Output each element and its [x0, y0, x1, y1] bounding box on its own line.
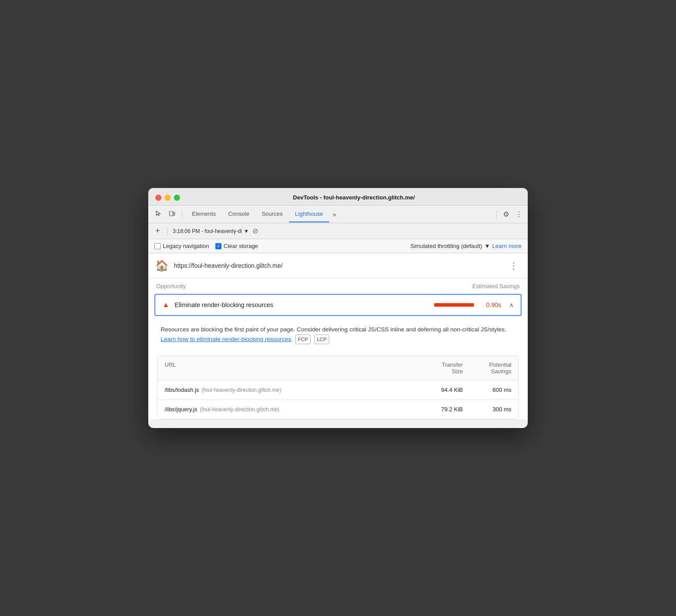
learn-more-link[interactable]: Learn more	[492, 243, 522, 249]
toolbar-separator-2	[496, 210, 497, 219]
tab-list: Elements Console Sources Lighthouse »	[186, 206, 493, 222]
description-section: Resources are blocking the first paint o…	[148, 318, 528, 351]
savings-bar	[434, 303, 474, 307]
transfer-1: 94.4 KiB	[419, 387, 463, 393]
legacy-nav-label: Legacy navigation	[163, 243, 209, 249]
savings-1: 600 ms	[463, 387, 511, 393]
close-button[interactable]	[155, 195, 161, 201]
device-icon-button[interactable]	[166, 208, 178, 221]
options-bar: Legacy navigation ✓ Clear storage Simula…	[148, 239, 528, 253]
title-bar: DevTools - foul-heavenly-direction.glitc…	[148, 188, 528, 206]
estimated-savings-label: Estimated Savings	[472, 283, 520, 289]
audit-url: https://foul-heavenly-direction.glitch.m…	[174, 262, 507, 269]
tab-elements[interactable]: Elements	[186, 206, 222, 222]
secondary-toolbar: + 3:18:06 PM - foul-heavenly-di ▼ ⊘	[148, 223, 528, 239]
url-section: 3:18:06 PM - foul-heavenly-di ▼	[173, 228, 249, 234]
url-main-1: /libs/lodash.js	[165, 387, 199, 393]
throttle-arrow-icon: ▼	[484, 243, 490, 249]
settings-button[interactable]: ⚙	[501, 208, 511, 220]
window-title: DevTools - foul-heavenly-direction.glitc…	[187, 194, 521, 201]
svg-rect-1	[173, 212, 175, 215]
pointer-icon	[154, 210, 161, 217]
device-icon	[169, 210, 176, 217]
savings-2: 300 ms	[463, 406, 511, 413]
data-table: URL Transfer Size Potential Savings /lib…	[157, 356, 519, 419]
col-transfer-header: Transfer Size	[419, 361, 463, 375]
labels-row: Opportunity Estimated Savings	[148, 278, 528, 294]
opportunity-header[interactable]: ▲ Eliminate render-blocking resources 0.…	[155, 295, 521, 315]
devtools-toolbar: Elements Console Sources Lighthouse » ⚙ …	[148, 206, 528, 223]
legacy-nav-option[interactable]: Legacy navigation	[154, 243, 209, 249]
col-url-header: URL	[165, 361, 419, 375]
pointer-icon-button[interactable]	[152, 208, 164, 221]
opportunity-label: Opportunity	[156, 283, 186, 289]
lighthouse-icon: 🏠	[155, 259, 169, 272]
toolbar-separator	[182, 210, 182, 219]
opportunity-item: ▲ Eliminate render-blocking resources 0.…	[154, 294, 522, 316]
lcp-badge: LCP	[314, 334, 329, 344]
add-button[interactable]: +	[154, 226, 162, 236]
fcp-badge: FCP	[295, 334, 311, 344]
table-row: /libs/jquery.js (foul-heavenly-direction…	[158, 400, 518, 419]
url-main-2: /libs/jquery.js	[165, 406, 197, 413]
lh-header-row: 🏠 https://foul-heavenly-direction.glitch…	[148, 253, 528, 278]
minimize-button[interactable]	[165, 195, 171, 201]
warning-icon: ▲	[162, 301, 169, 309]
main-content: 🏠 https://foul-heavenly-direction.glitch…	[148, 253, 528, 419]
header-more-button[interactable]: ⋮	[507, 259, 521, 272]
tab-lighthouse[interactable]: Lighthouse	[289, 206, 330, 222]
clear-storage-checkbox[interactable]: ✓	[215, 243, 222, 249]
url-dropdown[interactable]: 3:18:06 PM - foul-heavenly-di ▼	[173, 228, 249, 234]
legacy-nav-checkbox[interactable]	[154, 243, 161, 249]
url-cell-2: /libs/jquery.js (foul-heavenly-direction…	[165, 406, 419, 413]
learn-render-blocking-link[interactable]: Learn how to eliminate render-blocking r…	[161, 336, 291, 342]
clear-storage-option[interactable]: ✓ Clear storage	[215, 243, 258, 249]
throttle-section: Simulated throttling (default) ▼ Learn m…	[410, 243, 522, 249]
sec-separator	[167, 227, 168, 236]
tab-sources[interactable]: Sources	[255, 206, 289, 222]
dropdown-arrow-icon: ▼	[244, 228, 249, 234]
opportunity-title: Eliminate render-blocking resources	[175, 301, 429, 308]
maximize-button[interactable]	[174, 195, 180, 201]
traffic-lights	[155, 195, 180, 201]
svg-rect-0	[169, 211, 173, 216]
clear-storage-label: Clear storage	[224, 243, 258, 249]
throttle-label: Simulated throttling (default)	[410, 243, 482, 249]
savings-value: 0.90s	[479, 301, 501, 308]
devtools-window: DevTools - foul-heavenly-direction.glitc…	[148, 188, 528, 428]
url-host-1: (foul-heavenly-direction.glitch.me)	[202, 387, 281, 393]
table-row: /libs/lodash.js (foul-heavenly-direction…	[158, 380, 518, 400]
url-host-2: (foul-heavenly-direction.glitch.me)	[200, 406, 279, 413]
table-header: URL Transfer Size Potential Savings	[158, 356, 518, 380]
col-savings-header: Potential Savings	[463, 361, 511, 375]
timestamp-text: 3:18:06 PM - foul-heavenly-di	[173, 228, 242, 234]
more-options-button[interactable]: ⋮	[514, 208, 524, 220]
url-cell-1: /libs/lodash.js (foul-heavenly-direction…	[165, 387, 419, 393]
chevron-up-icon: ∧	[509, 301, 514, 308]
transfer-2: 79.2 KiB	[419, 406, 463, 413]
more-tabs-button[interactable]: »	[329, 208, 340, 221]
no-symbol-icon: ⊘	[252, 227, 258, 235]
toolbar-right: ⚙ ⋮	[495, 208, 524, 220]
description-text: Resources are blocking the first paint o…	[161, 326, 506, 333]
tab-console[interactable]: Console	[222, 206, 255, 222]
